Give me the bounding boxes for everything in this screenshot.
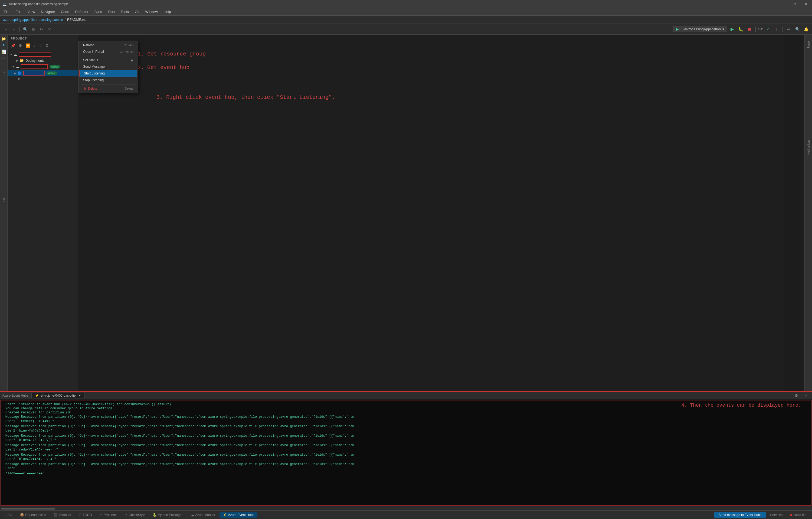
debug-button[interactable]: 🐛	[737, 25, 745, 33]
sidebar-icon-bookmarks[interactable]: BM	[0, 192, 7, 208]
sidebar-icon-git[interactable]: GIT	[1, 55, 7, 61]
tab-todo[interactable]: ☑ TODO	[75, 512, 95, 518]
tab-services[interactable]: Services	[767, 512, 786, 518]
ctx-set-status-label: Set Status	[83, 58, 98, 62]
ctx-start-listening[interactable]: Start Listening	[79, 70, 137, 77]
h-scrollbar[interactable]	[0, 507, 812, 510]
menu-build[interactable]: Build	[92, 9, 105, 15]
ctx-set-status[interactable]: Set Status	[79, 57, 138, 63]
sidebar-icon-pull[interactable]: PR	[0, 62, 7, 83]
menu-tools[interactable]: Tools	[118, 9, 132, 15]
main-content: 📁 A 📊 GIT PR BM Project 📌 ⚙ 🔽 ↕ ♡ ⚙ – ▼ …	[0, 35, 812, 391]
run-button[interactable]: ▶	[728, 25, 736, 33]
tab-python-packages[interactable]: 🐍 Python Packages	[149, 512, 186, 518]
send-message-button[interactable]: Send message to Event Hubs	[714, 512, 766, 518]
title-bar: 💻 azure-spring-apps-file-processing-samp…	[0, 0, 812, 8]
bottom-panel: Azure Event Hubs: ⚡ eh-rujche-0406-basic…	[0, 391, 812, 510]
notifications-button[interactable]: 🔔	[802, 25, 810, 33]
log-line-11: Message Received from partition (0): "Ob…	[5, 453, 807, 457]
tab-basic-tier[interactable]: basic-tier	[787, 512, 810, 518]
git-push-button[interactable]: ↑	[773, 25, 780, 33]
search-button[interactable]: 🔍	[21, 25, 29, 33]
menu-run[interactable]: Run	[106, 9, 117, 15]
explorer-close-btn[interactable]: –	[51, 43, 55, 48]
maximize-button[interactable]: □	[791, 1, 799, 7]
menu-code[interactable]: Code	[58, 9, 72, 15]
tree-deployments[interactable]: ▶ 📂 Deployments	[7, 58, 78, 63]
log-line-6: User2··blue>#m◊◊7◊◊◆µ3·"	[5, 429, 807, 433]
tab-azure-monitor[interactable]: ☁ Azure Monitor	[187, 512, 219, 518]
close-panel-button[interactable]: ✕	[46, 25, 53, 33]
right-icon-notifications[interactable]: Notifications	[805, 134, 812, 161]
tree-root-chevron: ▼	[10, 53, 12, 56]
tab-azure-event-hubs[interactable]: ⚡ Azure Event Hubs	[220, 512, 257, 518]
search-everywhere-button[interactable]: 🔍	[793, 25, 801, 33]
explorer-settings-btn[interactable]: ⚙	[18, 43, 23, 48]
right-icon-maven[interactable]: Maven	[805, 36, 812, 52]
ctx-sep1	[81, 56, 136, 56]
undo-button[interactable]: ↩	[785, 25, 792, 33]
tree-root[interactable]: ▼ ☁	[7, 51, 78, 58]
menu-refactor[interactable]: Refactor	[72, 9, 91, 15]
ctx-stop-listening-label: Stop Listening	[83, 78, 104, 82]
toolbar-sep2	[755, 27, 756, 32]
tree-item-sub[interactable]: ▶	[7, 76, 78, 81]
h-scrollbar-thumb[interactable]	[1, 508, 55, 510]
sidebar-icon-structure[interactable]: 📊	[1, 49, 7, 55]
close-button[interactable]: ✕	[802, 1, 810, 7]
forward-button[interactable]: →	[10, 25, 18, 33]
explorer-filter-btn[interactable]: 🔽	[24, 43, 31, 48]
log-line-14: User3···	[5, 466, 807, 470]
ctx-refresh[interactable]: Refresh Ctrl+F5	[79, 42, 138, 49]
panel-settings-button[interactable]: ⚙	[792, 392, 800, 399]
ctx-open-portal-label: Open in Portal	[83, 50, 104, 54]
annotation-step2: 2. Get event hub	[138, 64, 190, 71]
menu-view[interactable]: View	[25, 9, 38, 15]
eventhubs-tab-close[interactable]: ✕	[78, 394, 81, 398]
breadcrumb-sep: /	[65, 18, 65, 22]
tree-item-active1[interactable]: ▼ ☁ Active	[7, 63, 78, 70]
explorer-sync-btn[interactable]: ↕	[32, 43, 36, 48]
ctx-stop-listening[interactable]: Stop Listening	[79, 77, 138, 83]
menu-help[interactable]: Help	[161, 9, 174, 15]
explorer-heart-btn[interactable]: ♡	[37, 43, 43, 48]
tree-item-active2[interactable]: ▶ 🔵 Active	[7, 70, 78, 76]
panel-close-button[interactable]: ✕	[802, 392, 810, 399]
ctx-send-message[interactable]: Send Message	[79, 63, 138, 70]
menu-navigate[interactable]: Navigate	[38, 9, 57, 15]
sidebar-icon-azure[interactable]: A	[1, 42, 7, 48]
ctx-start-listening-label: Start Listening	[84, 71, 105, 75]
toolbar-left: ← → 🔍 ⚙ ↻ ✕	[2, 25, 53, 33]
sidebar-icon-project[interactable]: 📁	[1, 36, 7, 42]
ctx-delete[interactable]: 🗑 Delete Delete	[79, 85, 138, 92]
eventhubs-tab[interactable]: ⚡ eh-rujche-0406-basic-tier ✕	[31, 393, 84, 398]
breadcrumb-project[interactable]: azure-spring-apps-file-processing-sample	[3, 18, 63, 22]
tab-dependencies[interactable]: 📦 Dependencies	[17, 512, 49, 518]
log-line-7: Message Received from partition (0): "Ob…	[5, 434, 807, 438]
minimize-button[interactable]: ─	[780, 1, 788, 7]
tab-checkstyle[interactable]: ✓ CheckStyle	[122, 512, 149, 518]
tab-git[interactable]: ⑂ Git	[2, 512, 16, 518]
menu-edit[interactable]: Edit	[13, 9, 24, 15]
ctx-open-portal[interactable]: Open in Portal Ctrl+Alt+O	[79, 49, 138, 55]
bottom-toolbar: ⑂ Git 📦 Dependencies ⬛ Terminal ☑ TODO ⚠…	[0, 510, 812, 519]
scrollbar[interactable]	[801, 35, 805, 391]
explorer-collapse-btn[interactable]: 📌	[10, 43, 17, 48]
menu-git[interactable]: Git	[132, 9, 142, 15]
breadcrumb-file[interactable]: README.md	[67, 18, 86, 22]
stop-button[interactable]: ⏹	[746, 25, 753, 33]
tab-problems[interactable]: ⚠ Problems	[96, 512, 121, 518]
tab-terminal[interactable]: ⬛ Terminal	[50, 512, 74, 518]
tab-terminal-label: Terminal	[59, 513, 71, 517]
explorer-gear-btn[interactable]: ⚙	[44, 43, 50, 48]
back-button[interactable]: ←	[2, 25, 10, 33]
menu-file[interactable]: File	[1, 9, 12, 15]
menu-window[interactable]: Window	[143, 9, 161, 15]
run-config-dropdown[interactable]: ▶ FileProcessingApplication ▾	[673, 26, 727, 32]
explorer-toolbar: 📌 ⚙ 🔽 ↕ ♡ ⚙ –	[7, 42, 78, 49]
run-config-chevron: ▾	[722, 27, 724, 31]
git-pull-button[interactable]: ✓	[764, 25, 772, 33]
settings-button[interactable]: ⚙	[29, 25, 37, 33]
refresh-button[interactable]: ↻	[38, 25, 45, 33]
context-menu: Refresh Ctrl+F5 Open in Portal Ctrl+Alt+…	[79, 40, 138, 93]
